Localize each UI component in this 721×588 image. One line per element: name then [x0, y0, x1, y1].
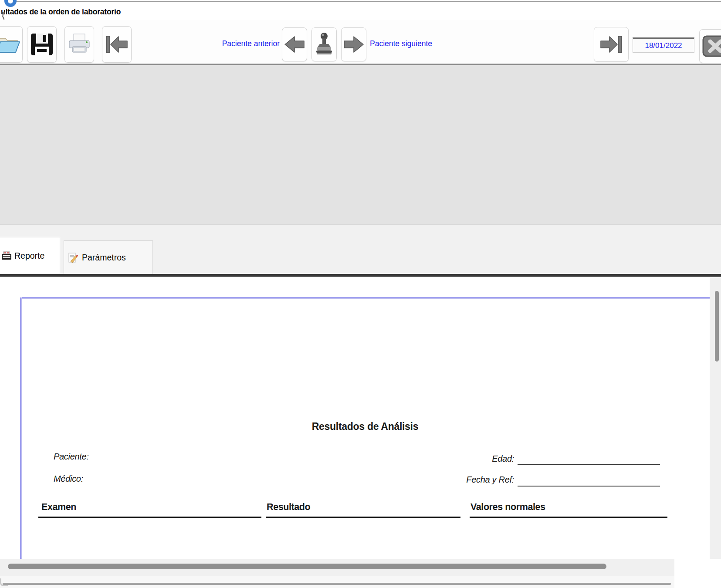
arrow-first-icon [105, 35, 128, 54]
examen-header-rule [38, 517, 261, 518]
toolbar-separator [0, 63, 721, 63]
previous-patient-label: Paciente anterior [187, 39, 280, 48]
close-x-icon [702, 35, 721, 57]
bottom-edge-line [3, 583, 671, 585]
vertical-scrollbar[interactable] [710, 277, 721, 559]
stamp-icon [313, 32, 335, 57]
busy-cursor-icon [0, 11, 7, 21]
blue-ring-icon [4, 0, 17, 7]
arrow-left-icon [284, 35, 305, 54]
report-title: Resultados de Análisis [20, 421, 710, 433]
column-header-examen: Examen [41, 502, 76, 513]
toolbar: Paciente anterior Paciente siguiente 18/… [0, 20, 721, 64]
window-title: ultados de la orden de laboratorio [1, 7, 121, 17]
resultado-header-rule [266, 517, 460, 518]
printer-icon [67, 33, 91, 56]
medico-label: Médico: [54, 474, 83, 484]
open-folder-icon [0, 34, 21, 55]
edad-label: Edad: [427, 454, 514, 464]
arrow-right-icon [343, 35, 364, 54]
window-corner-mark [0, 578, 8, 586]
vertical-scrollbar-thumb[interactable] [715, 291, 719, 362]
edad-blank-line [518, 464, 660, 465]
tab-reporte-label: Reporte [14, 251, 44, 261]
horizontal-scrollbar[interactable] [0, 559, 674, 576]
parameters-pencil-icon [68, 252, 79, 264]
open-button[interactable] [0, 26, 23, 63]
previous-patient-button[interactable] [282, 27, 307, 61]
tab-parametros[interactable]: Parámetros [64, 240, 153, 274]
valores-header-rule [470, 517, 667, 518]
save-button[interactable] [27, 26, 57, 63]
report-page-border-top [20, 297, 710, 298]
paciente-label: Paciente: [54, 452, 89, 462]
date-field[interactable]: 18/01/2022 [633, 37, 694, 53]
arrow-last-icon [600, 35, 623, 54]
horizontal-scrollbar-thumb[interactable] [8, 564, 606, 569]
first-record-button[interactable] [102, 26, 132, 63]
next-patient-label: Paciente siguiente [370, 39, 483, 48]
report-icon [1, 251, 12, 261]
close-button[interactable] [699, 29, 721, 63]
title-bar: ultados de la orden de laboratorio [0, 0, 721, 20]
tab-parametros-label: Parámetros [82, 253, 126, 263]
print-button[interactable] [64, 26, 94, 63]
content-empty-area [0, 65, 721, 224]
next-patient-button[interactable] [341, 27, 366, 61]
fecha-blank-line [518, 486, 660, 487]
tab-bar: Reporte Parámetros [0, 224, 721, 274]
tab-reporte[interactable]: Reporte [0, 237, 60, 274]
window-top-edge [13, 1, 721, 2]
tab-content-separator [0, 274, 721, 277]
fecha-ref-label: Fecha y Ref: [418, 475, 514, 485]
last-record-button[interactable] [594, 27, 629, 62]
report-viewport: Resultados de Análisis Paciente: Edad: M… [0, 277, 710, 559]
date-value: 18/01/2022 [645, 41, 682, 50]
stamp-button[interactable] [311, 27, 337, 61]
floppy-disk-icon [30, 32, 54, 57]
column-header-valores: Valores normales [471, 502, 545, 513]
column-header-resultado: Resultado [267, 502, 310, 513]
bottom-bar [0, 576, 674, 588]
toolbar-separator-dark [0, 64, 721, 65]
